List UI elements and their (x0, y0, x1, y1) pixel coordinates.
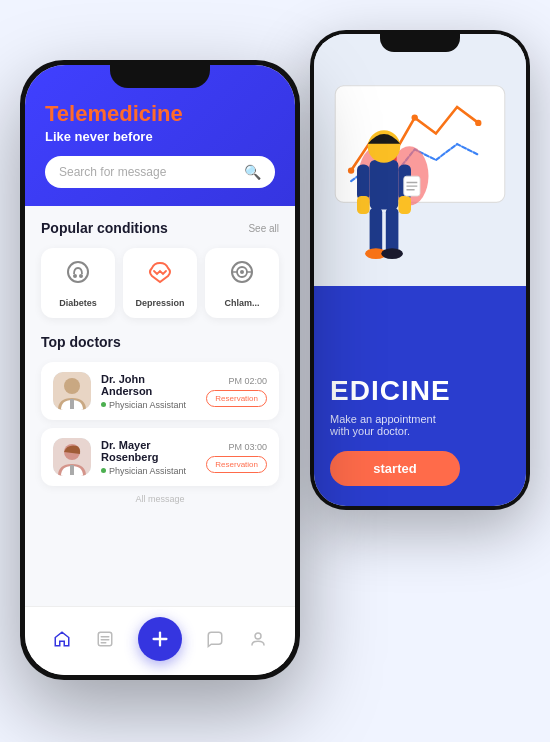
conditions-see-all[interactable]: See all (248, 223, 279, 234)
conditions-row: Diabetes Depression (41, 248, 279, 318)
diabetes-icon (64, 258, 92, 292)
scene: EDICINE Make an appointmentwith your doc… (0, 0, 550, 742)
nav-list[interactable] (96, 630, 114, 648)
svg-rect-7 (370, 160, 399, 210)
doctor-avatar-1 (53, 438, 91, 476)
doctor-right-1: PM 03:00 Reservation (206, 442, 267, 473)
svg-point-20 (381, 248, 403, 259)
main-content: Popular conditions See all (25, 206, 295, 606)
title-highlight: T (45, 101, 57, 126)
phone-front: Telemedicine Like never before Search fo… (20, 60, 300, 680)
doctors-title: Top doctors (41, 334, 121, 350)
condition-card-chlamydia[interactable]: Chlam... (205, 248, 279, 318)
svg-rect-9 (357, 165, 370, 201)
conditions-title: Popular conditions (41, 220, 168, 236)
reservation-button-0[interactable]: Reservation (206, 390, 267, 407)
doctor-1-avatar-img (53, 438, 91, 476)
doctor-standing-illustration (344, 106, 424, 286)
online-indicator-1 (101, 468, 106, 473)
back-title: EDICINE (330, 375, 510, 407)
doctor-specialty-0: Physician Assistant (101, 400, 196, 410)
svg-rect-12 (398, 196, 411, 214)
specialty-text-1: Physician Assistant (109, 466, 186, 476)
app-subtitle: Like never before (45, 129, 275, 144)
svg-rect-18 (386, 208, 399, 253)
diabetes-label: Diabetes (59, 298, 97, 308)
title-text: elemedicine (57, 101, 183, 126)
depression-label: Depression (135, 298, 184, 308)
doctor-name-1: Dr. Mayer Rosenberg (101, 439, 196, 463)
depression-icon (146, 258, 174, 292)
svg-rect-31 (70, 399, 74, 409)
svg-point-23 (79, 274, 83, 278)
back-screen-illustration (314, 34, 526, 286)
doctor-row-0: Dr. John Anderson Physician Assistant PM… (41, 362, 279, 420)
doctors-section-header: Top doctors (41, 334, 279, 350)
doctor-right-0: PM 02:00 Reservation (206, 376, 267, 407)
back-phone-notch (380, 30, 460, 52)
front-phone-notch (110, 60, 210, 88)
search-bar[interactable]: Search for message 🔍 (45, 156, 275, 188)
reservation-button-1[interactable]: Reservation (206, 456, 267, 473)
doctor-time-1: PM 03:00 (228, 442, 267, 452)
svg-point-30 (64, 378, 80, 394)
app-title: Telemedicine (45, 101, 275, 127)
doctor-0-avatar-img (53, 372, 91, 410)
all-message-link[interactable]: All message (41, 494, 279, 504)
doctor-info-1: Dr. Mayer Rosenberg Physician Assistant (101, 439, 196, 476)
doctor-name-0: Dr. John Anderson (101, 373, 196, 397)
doctor-specialty-1: Physician Assistant (101, 466, 196, 476)
condition-card-diabetes[interactable]: Diabetes (41, 248, 115, 318)
svg-point-6 (475, 120, 481, 126)
phone-back: EDICINE Make an appointmentwith your doc… (310, 30, 530, 510)
svg-point-21 (68, 262, 88, 282)
nav-home[interactable] (53, 630, 71, 648)
nav-add-button[interactable] (138, 617, 182, 661)
nav-profile[interactable] (249, 630, 267, 648)
svg-rect-34 (70, 465, 74, 475)
doctors-section: Top doctors (41, 334, 279, 504)
nav-chat[interactable] (206, 630, 224, 648)
back-screen-bottom: EDICINE Make an appointmentwith your doc… (314, 286, 526, 506)
get-started-button[interactable]: started (330, 451, 460, 486)
conditions-section-header: Popular conditions See all (41, 220, 279, 236)
front-phone-screen: Telemedicine Like never before Search fo… (25, 65, 295, 675)
chlamydia-icon (228, 258, 256, 292)
chlamydia-label: Chlam... (224, 298, 259, 308)
doctor-avatar-0 (53, 372, 91, 410)
svg-point-26 (240, 270, 244, 274)
condition-card-depression[interactable]: Depression (123, 248, 197, 318)
back-phone-screen: EDICINE Make an appointmentwith your doc… (314, 34, 526, 506)
svg-point-41 (255, 633, 261, 639)
search-icon[interactable]: 🔍 (244, 164, 261, 180)
doctor-row-1: Dr. Mayer Rosenberg Physician Assistant … (41, 428, 279, 486)
online-indicator-0 (101, 402, 106, 407)
specialty-text-0: Physician Assistant (109, 400, 186, 410)
svg-rect-10 (357, 196, 370, 214)
bottom-nav (25, 606, 295, 675)
back-subtitle: Make an appointmentwith your doctor. (330, 413, 510, 437)
doctor-info-0: Dr. John Anderson Physician Assistant (101, 373, 196, 410)
svg-rect-17 (370, 208, 383, 253)
search-placeholder-text: Search for message (59, 165, 236, 179)
svg-point-22 (73, 274, 77, 278)
doctor-time-0: PM 02:00 (228, 376, 267, 386)
